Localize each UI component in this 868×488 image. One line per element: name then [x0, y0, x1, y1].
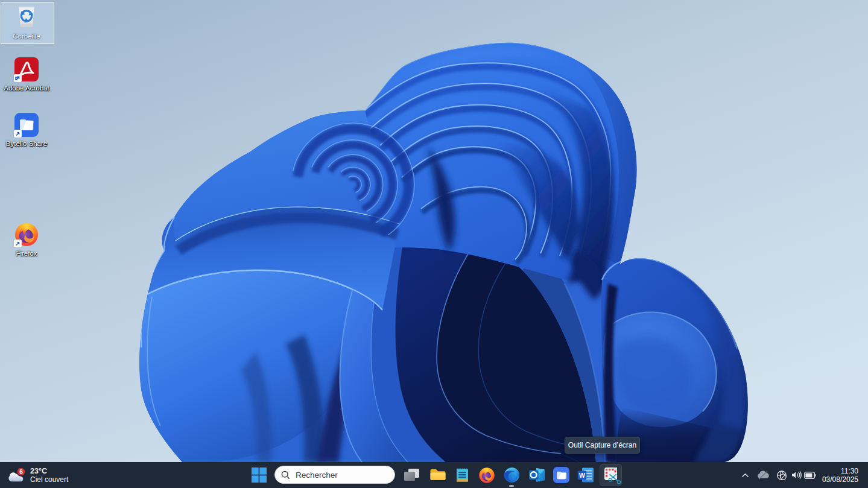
svg-text:W: W	[579, 472, 585, 479]
svg-text:6: 6	[19, 468, 23, 475]
